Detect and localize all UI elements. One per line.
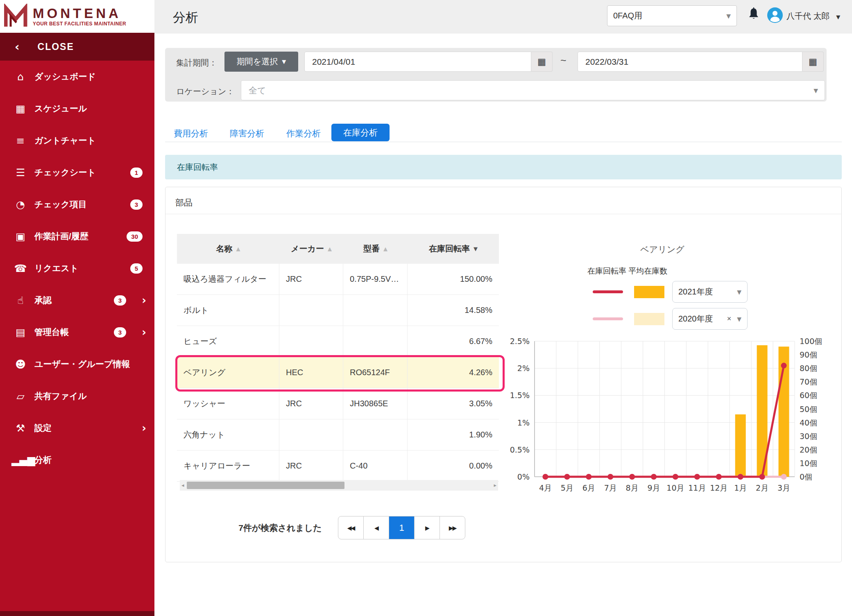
brand-logo[interactable]: MONTENA YOUR BEST FACILITIES MAINTAINER bbox=[0, 0, 154, 33]
calendar-icon: ▦ bbox=[537, 57, 546, 67]
clipboard-icon: ▣ bbox=[11, 231, 29, 242]
cell-rate: 150.00% bbox=[408, 264, 499, 294]
sort-asc-icon: ▲ bbox=[328, 246, 332, 252]
user-menu[interactable]: 八千代 太郎 ▼ bbox=[786, 11, 840, 22]
sidebar-item-database[interactable]: ▤ 管理台帳3› bbox=[0, 316, 154, 348]
checksheet-icon: ☰ bbox=[11, 167, 29, 179]
page-prev-button[interactable]: ◀ bbox=[364, 516, 389, 539]
tab-inventory-analysis[interactable]: 在庫分析 bbox=[331, 124, 390, 141]
cell-rate: 1.90% bbox=[408, 419, 499, 450]
notification-bell-icon[interactable] bbox=[746, 7, 761, 25]
table-row[interactable]: キャリアローラーJRCC-400.00% bbox=[177, 451, 499, 482]
year-select-1[interactable]: 2021年度▼ bbox=[672, 281, 748, 303]
cell-maker: JRC bbox=[279, 451, 343, 481]
date-to-input[interactable]: 2022/03/31 bbox=[578, 52, 802, 72]
line-point bbox=[759, 474, 765, 480]
cell-maker: HEC bbox=[279, 357, 343, 388]
chevron-down-icon: ▼ bbox=[726, 13, 731, 19]
table-row[interactable]: 六角ナット1.90% bbox=[177, 419, 499, 451]
close-label: CLOSE bbox=[38, 41, 74, 52]
sidebar-item-tools[interactable]: ⚒ 設定› bbox=[0, 412, 154, 444]
sidebar-item-label: 設定 bbox=[34, 422, 52, 434]
line-point bbox=[564, 474, 570, 480]
sidebar-item-gauge[interactable]: ◔ チェック項目3 bbox=[0, 188, 154, 220]
cell-name: 吸込ろ過器フィルター bbox=[177, 264, 279, 294]
column-header-1[interactable]: メーカー ▲ bbox=[279, 234, 343, 264]
scroll-left-icon[interactable]: ◂ bbox=[181, 482, 184, 488]
axis-tick-label: 90個 bbox=[800, 350, 817, 359]
cell-rate: 4.26% bbox=[408, 357, 499, 388]
tab-cost-analysis[interactable]: 費用分析 bbox=[174, 128, 208, 139]
tab-work-analysis[interactable]: 作業分析 bbox=[286, 128, 321, 139]
axis-tick-label: 2.5% bbox=[510, 337, 530, 346]
column-header-2[interactable]: 型番 ▲ bbox=[343, 234, 408, 264]
table-row[interactable]: ボルト14.58% bbox=[177, 295, 499, 326]
parts-table: 名称 ▲メーカー ▲型番 ▲在庫回転率 ▼吸込ろ過器フィルターJRC0.75P-… bbox=[177, 234, 499, 482]
page-first-button[interactable]: ◀◀ bbox=[338, 516, 364, 539]
cell-name: 六角ナット bbox=[177, 419, 279, 450]
cell-rate: 6.67% bbox=[408, 326, 499, 357]
axis-tick-label: 0% bbox=[517, 472, 530, 481]
sidebar-item-label: 管理台帳 bbox=[34, 326, 69, 338]
sidebar-close-button[interactable]: ‹ CLOSE bbox=[0, 33, 154, 61]
chevron-right-icon: › bbox=[142, 422, 146, 434]
axis-tick-label: 40個 bbox=[800, 418, 817, 427]
sidebar-item-calendar[interactable]: ▦ スケジュール bbox=[0, 93, 154, 125]
year-select-2[interactable]: 2020年度×▼ bbox=[672, 308, 748, 330]
page-page-button[interactable]: 1 bbox=[389, 516, 415, 539]
remove-series-icon[interactable]: × bbox=[727, 315, 732, 323]
calendar-icon: ▦ bbox=[809, 57, 817, 67]
axis-tick-label: 2月 bbox=[756, 483, 768, 492]
sidebar-item-gantt[interactable]: ≡ ガントチャート bbox=[0, 125, 154, 156]
sidebar-item-label: 共有ファイル bbox=[34, 390, 87, 402]
chevron-down-icon: ▼ bbox=[737, 316, 741, 322]
sidebar-item-chart[interactable]: ▂▄▆ 分析 bbox=[0, 444, 154, 476]
line-point bbox=[651, 474, 657, 480]
chevron-down-icon: ▼ bbox=[836, 14, 840, 20]
axis-tick-label: 1% bbox=[517, 418, 530, 427]
sidebar-item-phone[interactable]: ☎ リクエスト5 bbox=[0, 252, 154, 284]
date-from-input[interactable]: 2021/04/01 bbox=[304, 52, 531, 72]
tab-failure-analysis[interactable]: 障害分析 bbox=[230, 128, 264, 139]
axis-tick-label: 6月 bbox=[582, 483, 595, 492]
badge-count: 3 bbox=[130, 199, 143, 210]
sidebar-item-checksheet[interactable]: ☰ チェックシート1 bbox=[0, 156, 154, 188]
table-row[interactable]: ワッシャーJRCJH30865E3.05% bbox=[177, 388, 499, 419]
horizontal-scrollbar[interactable]: ◂ ▸ bbox=[180, 480, 498, 491]
table-row[interactable]: 吸込ろ過器フィルターJRC0.75P-9.5V…150.00% bbox=[177, 264, 499, 295]
page-next-button[interactable]: ▶ bbox=[415, 516, 440, 539]
location-select[interactable]: 全て ▼ bbox=[241, 80, 825, 100]
table-row[interactable]: ベアリングHECRO65124F4.26% bbox=[177, 357, 499, 388]
sidebar-item-home[interactable]: ⌂ ダッシュボード bbox=[0, 61, 154, 93]
calendar-to-button[interactable]: ▦ bbox=[802, 52, 824, 72]
table-row[interactable]: ヒューズ6.67% bbox=[177, 326, 499, 357]
sidebar-item-thumbs-up[interactable]: ☝ 承認3› bbox=[0, 284, 154, 316]
axis-tick-label: 1月 bbox=[734, 483, 747, 492]
sidebar-item-label: チェック項目 bbox=[34, 199, 87, 210]
parts-card: 部品 名称 ▲メーカー ▲型番 ▲在庫回転率 ▼吸込ろ過器フィルターJRC0.7… bbox=[165, 187, 842, 562]
tenant-select[interactable]: 0FAQ用 ▼ bbox=[607, 5, 737, 26]
axis-tick-label: 11月 bbox=[688, 483, 706, 492]
sidebar-item-label: 作業計画/履歴 bbox=[34, 231, 88, 242]
sidebar-item-users[interactable]: ☻ ユーザー・グループ情報 bbox=[0, 348, 154, 380]
axis-tick-label: 10個 bbox=[800, 459, 817, 468]
column-header-3[interactable]: 在庫回転率 ▼ bbox=[408, 234, 499, 264]
cell-name: ベアリング bbox=[177, 357, 279, 388]
line-point bbox=[781, 474, 787, 480]
scroll-right-icon[interactable]: ▸ bbox=[494, 482, 496, 488]
sidebar-item-folder[interactable]: ▱ 共有ファイル bbox=[0, 380, 154, 412]
axis-tick-label: 100個 bbox=[800, 337, 822, 346]
screen: MONTENA YOUR BEST FACILITIES MAINTAINER … bbox=[0, 0, 852, 616]
column-header-0[interactable]: 名称 ▲ bbox=[177, 234, 279, 264]
scrollbar-thumb[interactable] bbox=[187, 482, 344, 489]
period-select-button[interactable]: 期間を選択 ▼ bbox=[224, 52, 298, 72]
sidebar-item-label: ダッシュボード bbox=[34, 71, 96, 82]
sidebar-item-label: チェックシート bbox=[34, 167, 96, 178]
sidebar: MONTENA YOUR BEST FACILITIES MAINTAINER … bbox=[0, 0, 154, 616]
sidebar-menu: ⌂ ダッシュボード▦ スケジュール≡ ガントチャート☰ チェックシート1◔ チェ… bbox=[0, 61, 154, 476]
calendar-from-button[interactable]: ▦ bbox=[531, 52, 553, 72]
page-last-button[interactable]: ▶▶ bbox=[440, 516, 465, 539]
sidebar-item-clipboard[interactable]: ▣ 作業計画/履歴30 bbox=[0, 220, 154, 252]
user-avatar[interactable] bbox=[767, 7, 783, 25]
user-name-label: 八千代 太郎 bbox=[786, 11, 830, 20]
